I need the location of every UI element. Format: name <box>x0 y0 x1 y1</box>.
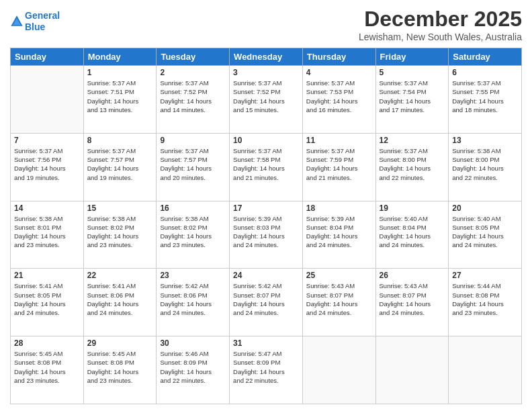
calendar-cell-1-2: 9Sunrise: 5:37 AMSunset: 7:57 PMDaylight… <box>157 133 230 201</box>
calendar-cell-3-2: 23Sunrise: 5:42 AMSunset: 8:06 PMDayligh… <box>157 269 230 336</box>
day-info: Sunrise: 5:41 AMSunset: 8:06 PMDaylight:… <box>87 281 153 317</box>
day-number: 26 <box>380 271 445 280</box>
day-number: 25 <box>306 271 372 280</box>
calendar-cell-4-3: 31Sunrise: 5:47 AMSunset: 8:09 PMDayligh… <box>230 336 303 404</box>
day-number: 8 <box>87 136 153 145</box>
calendar-cell-1-6: 13Sunrise: 5:38 AMSunset: 8:00 PMDayligh… <box>449 133 522 201</box>
day-info: Sunrise: 5:46 AMSunset: 8:09 PMDaylight:… <box>160 349 226 385</box>
col-friday: Friday <box>375 48 449 66</box>
calendar-cell-0-0 <box>11 66 84 134</box>
calendar-cell-2-6: 20Sunrise: 5:40 AMSunset: 8:05 PMDayligh… <box>449 201 522 269</box>
day-info: Sunrise: 5:39 AMSunset: 8:03 PMDaylight:… <box>233 214 299 250</box>
day-number: 15 <box>87 203 153 213</box>
calendar-week-0: 1Sunrise: 5:37 AMSunset: 7:51 PMDaylight… <box>11 66 522 134</box>
day-info: Sunrise: 5:37 AMSunset: 7:57 PMDaylight:… <box>160 146 226 182</box>
day-info: Sunrise: 5:38 AMSunset: 8:01 PMDaylight:… <box>14 214 80 250</box>
calendar-cell-3-3: 24Sunrise: 5:42 AMSunset: 8:07 PMDayligh… <box>230 269 303 336</box>
day-info: Sunrise: 5:44 AMSunset: 8:08 PMDaylight:… <box>452 281 518 317</box>
day-info: Sunrise: 5:38 AMSunset: 8:02 PMDaylight:… <box>87 214 153 250</box>
day-info: Sunrise: 5:37 AMSunset: 7:52 PMDaylight:… <box>160 79 226 114</box>
calendar-cell-0-6: 6Sunrise: 5:37 AMSunset: 7:55 PMDaylight… <box>449 66 522 134</box>
calendar-week-1: 7Sunrise: 5:37 AMSunset: 7:56 PMDaylight… <box>11 133 522 201</box>
day-number: 4 <box>306 68 372 77</box>
day-number: 19 <box>380 203 445 213</box>
calendar-cell-0-1: 1Sunrise: 5:37 AMSunset: 7:51 PMDaylight… <box>83 66 157 134</box>
calendar-cell-1-3: 10Sunrise: 5:37 AMSunset: 7:58 PMDayligh… <box>230 133 303 201</box>
day-info: Sunrise: 5:37 AMSunset: 7:55 PMDaylight:… <box>452 79 518 114</box>
calendar-cell-0-3: 3Sunrise: 5:37 AMSunset: 7:52 PMDaylight… <box>230 66 303 134</box>
day-info: Sunrise: 5:39 AMSunset: 8:04 PMDaylight:… <box>306 214 372 250</box>
day-info: Sunrise: 5:37 AMSunset: 8:00 PMDaylight:… <box>380 146 445 182</box>
day-info: Sunrise: 5:37 AMSunset: 7:53 PMDaylight:… <box>306 79 372 114</box>
day-number: 11 <box>306 136 372 145</box>
day-number: 5 <box>380 68 445 77</box>
calendar-header-row: Sunday Monday Tuesday Wednesday Thursday… <box>11 48 522 66</box>
calendar-cell-3-4: 25Sunrise: 5:43 AMSunset: 8:07 PMDayligh… <box>302 269 375 336</box>
day-number: 24 <box>233 271 299 280</box>
day-number: 23 <box>160 271 226 280</box>
calendar-cell-4-4 <box>302 336 375 404</box>
calendar-week-4: 28Sunrise: 5:45 AMSunset: 8:08 PMDayligh… <box>11 336 522 404</box>
day-info: Sunrise: 5:37 AMSunset: 7:54 PMDaylight:… <box>380 79 445 114</box>
day-number: 1 <box>87 68 153 77</box>
page: General Blue December 2025 Lewisham, New… <box>0 0 532 411</box>
day-number: 20 <box>452 203 518 213</box>
logo-line1: General <box>25 10 60 21</box>
day-info: Sunrise: 5:43 AMSunset: 8:07 PMDaylight:… <box>306 281 372 317</box>
day-number: 12 <box>380 136 445 145</box>
calendar-cell-4-1: 29Sunrise: 5:45 AMSunset: 8:08 PMDayligh… <box>83 336 157 404</box>
day-number: 10 <box>233 136 299 145</box>
day-number: 3 <box>233 68 299 77</box>
day-number: 29 <box>87 338 153 348</box>
calendar-cell-1-5: 12Sunrise: 5:37 AMSunset: 8:00 PMDayligh… <box>375 133 449 201</box>
calendar-cell-2-5: 19Sunrise: 5:40 AMSunset: 8:04 PMDayligh… <box>375 201 449 269</box>
day-number: 30 <box>160 338 226 348</box>
calendar-cell-1-0: 7Sunrise: 5:37 AMSunset: 7:56 PMDaylight… <box>11 133 84 201</box>
calendar-cell-2-2: 16Sunrise: 5:38 AMSunset: 8:02 PMDayligh… <box>157 201 230 269</box>
day-info: Sunrise: 5:38 AMSunset: 8:02 PMDaylight:… <box>160 214 226 250</box>
day-number: 16 <box>160 203 226 213</box>
calendar-cell-3-5: 26Sunrise: 5:43 AMSunset: 8:07 PMDayligh… <box>375 269 449 336</box>
header: General Blue December 2025 Lewisham, New… <box>10 7 522 42</box>
day-info: Sunrise: 5:37 AMSunset: 7:56 PMDaylight:… <box>14 146 80 182</box>
day-number: 7 <box>14 136 80 145</box>
calendar-cell-3-0: 21Sunrise: 5:41 AMSunset: 8:05 PMDayligh… <box>11 269 84 336</box>
day-number: 27 <box>452 271 518 280</box>
day-number: 13 <box>452 136 518 145</box>
logo: General Blue <box>10 10 60 33</box>
calendar-cell-3-6: 27Sunrise: 5:44 AMSunset: 8:08 PMDayligh… <box>449 269 522 336</box>
day-info: Sunrise: 5:43 AMSunset: 8:07 PMDaylight:… <box>380 281 445 317</box>
calendar-week-3: 21Sunrise: 5:41 AMSunset: 8:05 PMDayligh… <box>11 269 522 336</box>
col-saturday: Saturday <box>449 48 522 66</box>
day-number: 14 <box>14 203 80 213</box>
calendar-cell-2-0: 14Sunrise: 5:38 AMSunset: 8:01 PMDayligh… <box>11 201 84 269</box>
day-number: 2 <box>160 68 226 77</box>
col-wednesday: Wednesday <box>230 48 303 66</box>
day-info: Sunrise: 5:37 AMSunset: 7:59 PMDaylight:… <box>306 146 372 182</box>
calendar-cell-0-5: 5Sunrise: 5:37 AMSunset: 7:54 PMDaylight… <box>375 66 449 134</box>
day-info: Sunrise: 5:47 AMSunset: 8:09 PMDaylight:… <box>233 349 299 385</box>
day-info: Sunrise: 5:37 AMSunset: 7:51 PMDaylight:… <box>87 79 153 114</box>
calendar-cell-4-0: 28Sunrise: 5:45 AMSunset: 8:08 PMDayligh… <box>11 336 84 404</box>
location: Lewisham, New South Wales, Australia <box>359 32 522 42</box>
col-thursday: Thursday <box>302 48 375 66</box>
day-number: 9 <box>160 136 226 145</box>
day-number: 31 <box>233 338 299 348</box>
day-info: Sunrise: 5:45 AMSunset: 8:08 PMDaylight:… <box>14 349 80 385</box>
day-number: 28 <box>14 338 80 348</box>
day-number: 6 <box>452 68 518 77</box>
calendar-cell-3-1: 22Sunrise: 5:41 AMSunset: 8:06 PMDayligh… <box>83 269 157 336</box>
title-block: December 2025 Lewisham, New South Wales,… <box>359 7 522 42</box>
logo-text: General Blue <box>25 10 60 33</box>
calendar-cell-4-6 <box>449 336 522 404</box>
calendar-cell-4-5 <box>375 336 449 404</box>
day-info: Sunrise: 5:40 AMSunset: 8:04 PMDaylight:… <box>380 214 445 250</box>
day-info: Sunrise: 5:37 AMSunset: 7:58 PMDaylight:… <box>233 146 299 182</box>
calendar-cell-2-4: 18Sunrise: 5:39 AMSunset: 8:04 PMDayligh… <box>302 201 375 269</box>
calendar-cell-1-4: 11Sunrise: 5:37 AMSunset: 7:59 PMDayligh… <box>302 133 375 201</box>
col-monday: Monday <box>83 48 157 66</box>
day-info: Sunrise: 5:42 AMSunset: 8:07 PMDaylight:… <box>233 281 299 317</box>
day-info: Sunrise: 5:38 AMSunset: 8:00 PMDaylight:… <box>452 146 518 182</box>
calendar-week-2: 14Sunrise: 5:38 AMSunset: 8:01 PMDayligh… <box>11 201 522 269</box>
col-tuesday: Tuesday <box>157 48 230 66</box>
